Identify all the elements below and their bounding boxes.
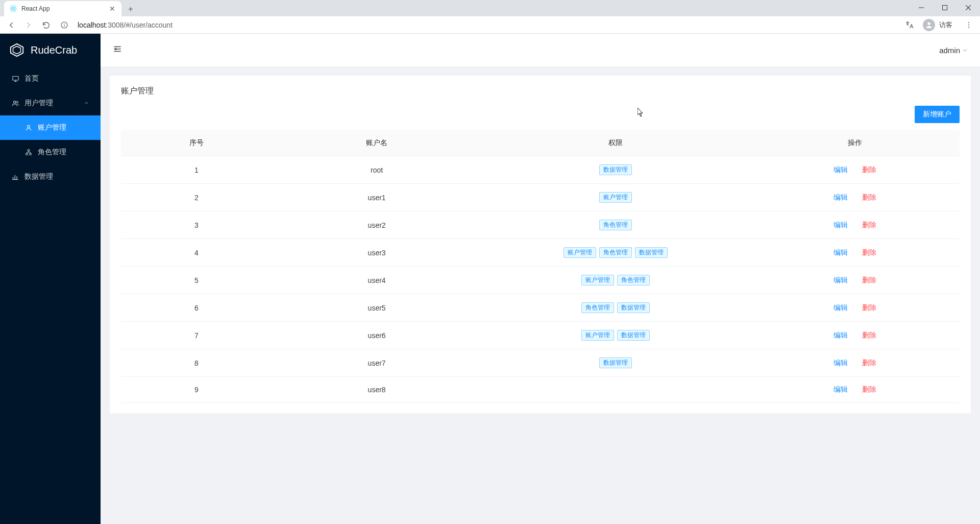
- browser-tab[interactable]: React App ✕: [4, 1, 121, 16]
- cell-index: 8: [121, 349, 272, 377]
- permission-tag: 账户管理: [581, 330, 614, 341]
- username-label: admin: [939, 46, 960, 55]
- cell-index: 3: [121, 211, 272, 239]
- edit-link[interactable]: 编辑: [834, 303, 848, 312]
- table-row: 8user7数据管理编辑删除: [121, 349, 960, 377]
- add-account-button[interactable]: 新增账户: [915, 106, 960, 123]
- cell-actions: 编辑删除: [750, 184, 960, 211]
- edit-link[interactable]: 编辑: [834, 165, 848, 174]
- desktop-icon: [11, 75, 19, 83]
- svg-point-13: [968, 25, 969, 26]
- reload-button[interactable]: [39, 18, 53, 32]
- new-tab-button[interactable]: +: [124, 2, 138, 16]
- account-table: 序号 账户名 权限 操作 1root数据管理编辑删除2user1账户管理编辑删除…: [121, 130, 960, 403]
- sidebar-item-role[interactable]: 角色管理: [0, 140, 101, 164]
- edit-link[interactable]: 编辑: [834, 331, 848, 339]
- forward-button[interactable]: [21, 18, 36, 32]
- edit-link[interactable]: 编辑: [834, 385, 848, 393]
- sidebar-item-user-mgmt[interactable]: 用户管理: [0, 91, 101, 115]
- guest-label: 访客: [939, 20, 952, 30]
- permission-tag: 角色管理: [599, 220, 632, 230]
- sidebar-item-home[interactable]: 首页: [0, 66, 101, 91]
- sidebar-item-data[interactable]: 数据管理: [0, 164, 101, 189]
- delete-link[interactable]: 删除: [862, 385, 876, 393]
- site-info-icon[interactable]: [58, 19, 70, 31]
- cell-name: user4: [272, 267, 482, 294]
- cell-name: user5: [272, 294, 482, 322]
- edit-link[interactable]: 编辑: [834, 193, 848, 201]
- col-index: 序号: [121, 130, 272, 156]
- delete-link[interactable]: 删除: [862, 303, 876, 312]
- bar-chart-icon: [11, 173, 19, 181]
- chevron-down-icon: [962, 46, 968, 55]
- svg-rect-25: [30, 153, 32, 155]
- sidebar-item-account[interactable]: 账户管理: [0, 115, 101, 140]
- sidebar-item-label: 角色管理: [38, 148, 66, 157]
- cell-index: 6: [121, 294, 272, 322]
- delete-link[interactable]: 删除: [862, 248, 876, 256]
- col-perm: 权限: [481, 130, 750, 156]
- users-icon: [11, 99, 19, 107]
- main: admin 账户管理 新增账户 序号 账户名 权限 操作: [101, 34, 980, 524]
- cell-name: user7: [272, 349, 482, 377]
- profile-button[interactable]: 访客: [920, 18, 959, 32]
- edit-link[interactable]: 编辑: [834, 248, 848, 256]
- cell-actions: 编辑删除: [750, 239, 960, 267]
- cell-actions: 编辑删除: [750, 349, 960, 377]
- svg-rect-17: [12, 76, 18, 80]
- topbar: admin: [101, 34, 980, 66]
- menu-collapse-icon[interactable]: [113, 44, 122, 56]
- cell-perms: [481, 377, 750, 403]
- browser-menu-icon[interactable]: [962, 18, 976, 32]
- delete-link[interactable]: 删除: [862, 331, 876, 339]
- window-minimize-button[interactable]: [910, 0, 933, 15]
- table-row: 3user2角色管理编辑删除: [121, 211, 960, 239]
- chevron-up-icon: [84, 99, 89, 107]
- table-row: 9user8编辑删除: [121, 377, 960, 403]
- cell-index: 5: [121, 267, 272, 294]
- edit-link[interactable]: 编辑: [834, 276, 848, 284]
- delete-link[interactable]: 删除: [862, 193, 876, 201]
- brand-name: RudeCrab: [31, 44, 77, 56]
- cell-name: user3: [272, 239, 482, 267]
- window-close-button[interactable]: [957, 0, 980, 15]
- cell-actions: 编辑删除: [750, 377, 960, 403]
- url-field[interactable]: localhost:3008/#/user/account: [74, 19, 899, 31]
- delete-link[interactable]: 删除: [862, 165, 876, 174]
- edit-link[interactable]: 编辑: [834, 221, 848, 229]
- edit-link[interactable]: 编辑: [834, 359, 848, 367]
- app-root: RudeCrab 首页 用户管理 账户管理 角色管理 数据管理: [0, 34, 980, 524]
- svg-point-10: [64, 23, 64, 23]
- cell-actions: 编辑删除: [750, 156, 960, 184]
- svg-point-12: [968, 22, 969, 23]
- window-controls: [910, 0, 980, 15]
- cell-perms: 账户管理数据管理: [481, 322, 750, 349]
- cell-perms: 账户管理角色管理数据管理: [481, 239, 750, 267]
- svg-point-21: [16, 101, 18, 103]
- cell-name: user1: [272, 184, 482, 211]
- table-row: 2user1账户管理编辑删除: [121, 184, 960, 211]
- user-dropdown[interactable]: admin: [939, 46, 968, 55]
- delete-link[interactable]: 删除: [862, 276, 876, 284]
- permission-tag: 数据管理: [617, 330, 650, 341]
- window-maximize-button[interactable]: [933, 0, 957, 15]
- back-button[interactable]: [4, 18, 18, 32]
- permission-tag: 角色管理: [617, 275, 650, 285]
- tab-close-icon[interactable]: ✕: [108, 5, 116, 13]
- cell-index: 4: [121, 239, 272, 267]
- translate-icon[interactable]: [902, 18, 917, 32]
- delete-link[interactable]: 删除: [862, 221, 876, 229]
- react-favicon-icon: [9, 5, 17, 13]
- sidebar-item-label: 用户管理: [24, 99, 53, 108]
- cell-perms: 角色管理: [481, 211, 750, 239]
- permission-tag: 角色管理: [599, 247, 632, 258]
- svg-marker-15: [11, 44, 23, 56]
- sidebar-item-label: 首页: [24, 74, 39, 83]
- svg-point-20: [13, 101, 15, 103]
- url-host: localhost: [78, 21, 106, 29]
- cell-name: user6: [272, 322, 482, 349]
- permission-tag: 账户管理: [581, 275, 614, 285]
- permission-tag: 数据管理: [599, 358, 632, 368]
- delete-link[interactable]: 删除: [862, 359, 876, 367]
- brand: RudeCrab: [0, 34, 101, 66]
